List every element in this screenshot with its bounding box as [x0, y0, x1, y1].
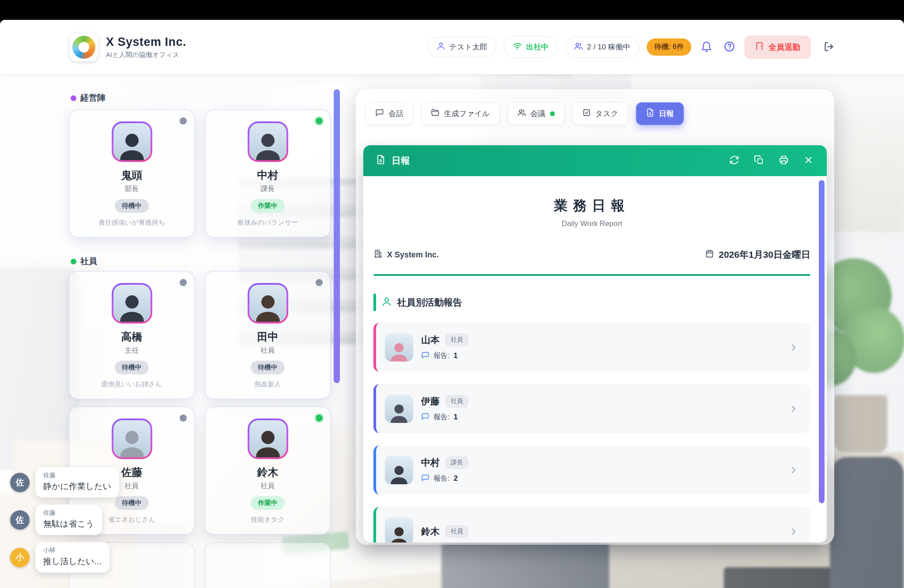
report-count-label: 報告:: [433, 474, 449, 483]
chat-bubble-row[interactable]: 佐 佐藤 無駄は省こう: [10, 505, 102, 535]
refresh-button[interactable]: [728, 154, 740, 167]
avatar-silhouette: [385, 456, 413, 484]
avatar: [112, 121, 152, 162]
avatar-silhouette: [113, 285, 151, 322]
chat-bubble: 佐藤 静かに作業したい: [35, 467, 119, 498]
help-icon: [723, 41, 735, 54]
report-count-label: 報告:: [433, 413, 449, 422]
close-button[interactable]: [802, 154, 814, 167]
employee-card-suzuki[interactable]: 鈴木 社員 作業中 技術オタク: [205, 407, 331, 535]
tab-tasks[interactable]: タスク: [573, 102, 628, 125]
avatar: [112, 418, 152, 459]
avatar-silhouette: [113, 123, 151, 160]
report-scrollbar[interactable]: [819, 180, 825, 503]
report-company: X System Inc.: [373, 249, 439, 260]
tab-generated-files[interactable]: 生成ファイル: [421, 102, 500, 125]
app-header: X System Inc. AIと人間の協働オフィス テスト太郎 出社中 2 /…: [0, 20, 904, 74]
chat-bubble-row[interactable]: 小 小林 推し活したい...: [10, 542, 109, 573]
user-icon: [437, 41, 445, 53]
logout-icon: [823, 41, 835, 54]
tab-meeting[interactable]: 会議: [508, 102, 565, 125]
chat-sender: 佐藤: [43, 471, 111, 479]
chat-bubble-row[interactable]: 佐 佐藤 静かに作業したい: [10, 467, 119, 498]
employee-card-kito[interactable]: 鬼頭 部長 待機中 責任感強いが胃痛持ち: [69, 109, 195, 237]
chat-avatar: 佐: [10, 510, 30, 530]
status-dot: [180, 117, 187, 124]
avatar: [385, 456, 413, 484]
chat-message: 静かに作業したい: [43, 481, 111, 492]
document-icon: [646, 108, 655, 119]
chat-avatar: 佐: [10, 473, 30, 492]
chat-sender: 佐藤: [43, 509, 94, 517]
screen: X System Inc. AIと人間の協働オフィス テスト太郎 出社中 2 /…: [0, 0, 904, 588]
detail-panel: 会話 生成ファイル 会議 タスク 日報: [356, 89, 834, 545]
status-dot: [316, 415, 323, 422]
employee-role: 社員: [125, 482, 139, 491]
report-count: 2: [453, 474, 457, 483]
row-role-badge: 課長: [445, 456, 468, 469]
avatar-silhouette: [249, 420, 286, 457]
employee-list-scrollbar[interactable]: [334, 89, 340, 383]
chat-icon: [375, 108, 384, 119]
user-pill[interactable]: テスト太郎: [428, 37, 496, 57]
calendar-icon: [705, 249, 714, 260]
group-label-management: 経営陣: [71, 92, 105, 104]
employee-name: 中村: [257, 168, 279, 182]
employee-description: 板挟みのバランサー: [237, 219, 298, 227]
employee-card-takahashi[interactable]: 高橋 主任 待機中 面倒見いいお姉さん: [69, 271, 195, 399]
row-name: 鈴木: [421, 525, 440, 538]
row-role-badge: 社員: [445, 334, 468, 346]
report-date: 2026年1月30日金曜日: [705, 249, 810, 261]
report-row-ito[interactable]: 伊藤 社員 報告: 1: [373, 384, 810, 433]
avatar-silhouette: [249, 123, 286, 160]
employee-description: 省エネおじさん: [108, 516, 155, 524]
leave-all-button[interactable]: 全員退勤: [745, 36, 810, 59]
employee-role: 課長: [261, 185, 275, 194]
status-badge: 待機中: [115, 496, 149, 510]
attendance-status: 出社中: [526, 42, 549, 52]
status-dot: [316, 117, 323, 124]
status-dot: [180, 279, 187, 286]
employee-card-partial: [205, 543, 331, 588]
tab-conversation[interactable]: 会話: [365, 102, 413, 125]
report-document: 業務日報 Daily Work Report X System Inc. 202…: [363, 176, 827, 543]
avatar-silhouette: [249, 285, 286, 322]
chat-message: 無駄は省こう: [43, 518, 94, 530]
capacity-pill[interactable]: 2 / 10 稼働中: [565, 37, 639, 58]
attendance-pill[interactable]: 出社中: [504, 36, 557, 58]
tab-daily-report[interactable]: 日報: [636, 102, 684, 125]
section-heading: 社員別活動報告: [373, 294, 810, 311]
status-badge: 作業中: [251, 496, 285, 510]
report-row-nakamura[interactable]: 中村 課長 報告: 2: [373, 445, 810, 494]
status-badge: 作業中: [251, 199, 285, 213]
divider: [373, 274, 810, 276]
chat-bubble: 佐藤 無駄は省こう: [35, 505, 102, 535]
activity-report-list: 山本 社員 報告: 1: [373, 323, 810, 543]
employee-name: 田中: [257, 330, 279, 344]
row-name: 山本: [421, 334, 440, 346]
avatar: [248, 283, 288, 324]
notifications-button[interactable]: [699, 39, 714, 56]
door-icon: [755, 41, 764, 53]
avatar-silhouette: [385, 517, 413, 543]
employee-description: 熱血新人: [255, 380, 281, 388]
employee-card-tanaka[interactable]: 田中 社員 待機中 熱血新人: [205, 271, 331, 399]
print-button[interactable]: [778, 154, 790, 167]
close-icon: [803, 155, 814, 166]
report-row-suzuki[interactable]: 鈴木 社員: [373, 507, 810, 543]
employee-role: 主任: [125, 346, 139, 355]
leave-all-label: 全員退勤: [768, 42, 800, 53]
avatar: [385, 517, 413, 543]
copy-icon: [754, 155, 764, 166]
report-row-yamamoto[interactable]: 山本 社員 報告: 1: [373, 323, 810, 372]
chat-message: 推し活したい...: [43, 556, 102, 567]
logout-button[interactable]: [821, 39, 837, 56]
meeting-indicator-dot: [550, 111, 555, 116]
report-bubble-icon: [421, 412, 429, 422]
employee-card-nakamura[interactable]: 中村 課長 作業中 板挟みのバランサー: [205, 109, 331, 237]
report-count: 1: [453, 413, 457, 422]
staff-dot: [71, 259, 76, 264]
help-button[interactable]: [722, 39, 737, 56]
copy-button[interactable]: [753, 154, 765, 167]
report-doc-icon: [376, 155, 386, 167]
